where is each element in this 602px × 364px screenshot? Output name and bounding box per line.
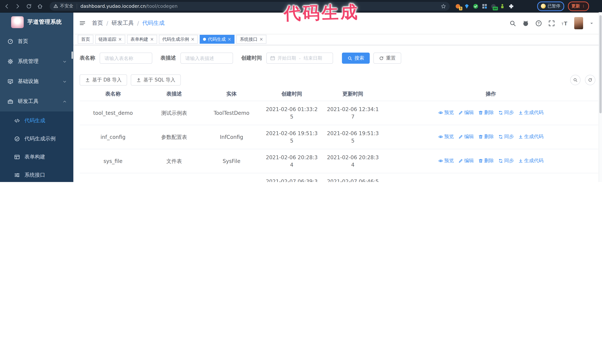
- close-icon[interactable]: [227, 37, 231, 42]
- action-delete[interactable]: 删除: [478, 109, 494, 116]
- action-delete[interactable]: 删除: [478, 133, 494, 141]
- robot-extension-icon[interactable]: [499, 3, 505, 9]
- refresh-table-button[interactable]: [585, 75, 595, 85]
- filter-form: 表名称 表描述 创建时间 开始日期 - 结束日期 搜索: [80, 52, 602, 64]
- action-preview[interactable]: 预览: [438, 157, 454, 165]
- more-menu-icon[interactable]: [581, 4, 585, 9]
- create-time-range-picker[interactable]: 开始日期 - 结束日期: [266, 52, 333, 64]
- action-sync[interactable]: 同步: [498, 133, 514, 141]
- tags-bar: 首页链路追踪表单构建代码生成示例代码生成系统接口: [73, 34, 602, 45]
- cell-entity: InfJob: [202, 173, 261, 182]
- github-icon[interactable]: [522, 20, 529, 26]
- browser-forward-icon[interactable]: [15, 3, 21, 9]
- update-button[interactable]: 更新: [568, 1, 589, 11]
- table-desc-input[interactable]: [180, 52, 233, 64]
- grid-extension-icon[interactable]: [482, 3, 487, 9]
- breadcrumb-home[interactable]: 首页: [92, 20, 103, 27]
- action-edit[interactable]: 编辑: [458, 157, 474, 165]
- sidebar-item-infra[interactable]: 基础设施: [0, 72, 73, 92]
- chevron-down-icon: [63, 79, 67, 83]
- sidebar-item-label: 系统接口: [24, 172, 45, 178]
- toggle-search-button[interactable]: [570, 75, 580, 85]
- pencil-icon: [458, 135, 463, 139]
- address-bar[interactable]: 不安全 dashboard.yudao.iocoder.cn/tool/code…: [50, 2, 450, 10]
- action-label: 编辑: [464, 109, 474, 116]
- close-icon[interactable]: [191, 37, 194, 42]
- font-size-icon[interactable]: TT: [561, 20, 568, 26]
- action-label: 生成代码: [524, 133, 543, 141]
- action-sync[interactable]: 同步: [498, 109, 514, 116]
- import-db-button[interactable]: 基于 DB 导入: [80, 74, 127, 85]
- action-generate[interactable]: 生成代码: [518, 157, 543, 165]
- browser-reload-icon[interactable]: [26, 3, 32, 9]
- sidebar-item-home[interactable]: 首页: [0, 31, 73, 52]
- action-preview[interactable]: 预览: [438, 109, 454, 116]
- tab-system-api[interactable]: 系统接口: [236, 35, 267, 44]
- paused-label: 已暂停: [548, 3, 560, 9]
- table-row: inf_job定时任务表InfJob2021-02-07 06:39:34202…: [80, 173, 598, 182]
- sidebar-item-codegen-example[interactable]: 代码生成示例: [0, 130, 73, 148]
- action-generate[interactable]: 生成代码: [518, 109, 543, 116]
- bookmark-star-icon[interactable]: [441, 3, 446, 9]
- end-date-placeholder: 结束日期: [304, 55, 322, 61]
- action-preview[interactable]: 预览: [438, 133, 454, 141]
- cell-table-desc: 参数配置表: [146, 125, 202, 149]
- orange-extension-icon[interactable]: 1: [455, 3, 461, 9]
- sidebar-scrollbar-thumb[interactable]: [72, 52, 73, 59]
- search-icon[interactable]: [509, 20, 516, 26]
- action-generate[interactable]: 生成代码: [518, 181, 543, 182]
- avatar[interactable]: [574, 17, 583, 29]
- hamburger-icon[interactable]: [79, 20, 86, 26]
- chevron-down-icon[interactable]: [589, 21, 594, 25]
- browser-back-icon[interactable]: [4, 3, 10, 9]
- column-header-updated: 更新时间: [322, 87, 383, 101]
- tab-codegen[interactable]: 代码生成: [200, 35, 235, 44]
- tab-codegen-example[interactable]: 代码生成示例: [159, 35, 198, 44]
- tab-home[interactable]: 首页: [78, 35, 93, 44]
- reset-button[interactable]: 重置: [373, 52, 401, 64]
- close-icon[interactable]: [150, 37, 154, 42]
- create-time-label: 创建时间: [241, 55, 262, 62]
- help-icon[interactable]: ?: [535, 20, 542, 26]
- close-icon[interactable]: [118, 37, 122, 42]
- sidebar-item-devtools[interactable]: 研发工具: [0, 92, 73, 112]
- paused-badge[interactable]: 已暂停: [537, 1, 564, 11]
- app-logo[interactable]: 芋道管理系统: [0, 13, 73, 31]
- action-edit[interactable]: 编辑: [458, 181, 474, 182]
- check-extension-icon[interactable]: [473, 3, 479, 9]
- sidebar-item-form-builder[interactable]: 表单构建: [0, 148, 73, 166]
- action-delete[interactable]: 删除: [478, 181, 494, 182]
- sidebar-item-system[interactable]: 系统管理: [0, 52, 73, 72]
- close-icon[interactable]: [259, 37, 263, 42]
- action-edit[interactable]: 编辑: [458, 109, 474, 116]
- action-generate[interactable]: 生成代码: [518, 133, 543, 141]
- action-label: 同步: [504, 109, 514, 116]
- action-edit[interactable]: 编辑: [458, 133, 474, 141]
- on-badge-extension-icon[interactable]: on: [491, 3, 496, 9]
- action-delete[interactable]: 删除: [478, 157, 494, 165]
- puzzle-extension-icon[interactable]: [508, 3, 514, 9]
- table-name-input[interactable]: [100, 52, 152, 64]
- search-button[interactable]: 搜索: [342, 52, 370, 64]
- fullscreen-icon[interactable]: [548, 20, 555, 26]
- sidebar-item-system-api[interactable]: 系统接口: [0, 166, 73, 182]
- sidebar-item-label: 表单构建: [24, 154, 45, 160]
- action-sync[interactable]: 同步: [498, 157, 514, 165]
- action-sync[interactable]: 同步: [498, 181, 514, 182]
- import-sql-button[interactable]: 基于 SQL 导入: [131, 74, 181, 85]
- upload-icon: [136, 78, 141, 82]
- sidebar-item-codegen[interactable]: 代码生成: [0, 112, 73, 130]
- breadcrumb-devtools[interactable]: 研发工具: [111, 20, 134, 27]
- search-icon: [573, 78, 578, 82]
- scrollbar-thumb[interactable]: [599, 15, 602, 113]
- tab-tracing[interactable]: 链路追踪: [95, 35, 125, 44]
- window-scrollbar[interactable]: [599, 12, 602, 182]
- action-preview[interactable]: 预览: [438, 181, 454, 182]
- tab-form-builder[interactable]: 表单构建: [127, 35, 157, 44]
- search-button-label: 搜索: [355, 55, 364, 62]
- action-label: 同步: [504, 133, 514, 141]
- gem-extension-icon[interactable]: [464, 3, 470, 9]
- breadcrumb-current[interactable]: 代码生成: [142, 20, 164, 27]
- browser-home-icon[interactable]: [37, 3, 43, 9]
- tab-label: 链路追踪: [98, 36, 116, 42]
